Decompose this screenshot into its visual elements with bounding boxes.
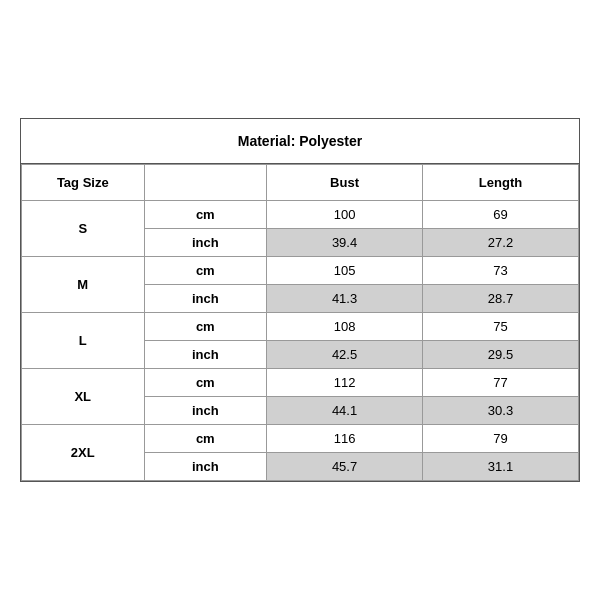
- chart-title: Material: Polyester: [21, 119, 579, 164]
- bust-cm: 100: [267, 201, 423, 229]
- size-cell: 2XL: [22, 425, 145, 481]
- size-cell: M: [22, 257, 145, 313]
- bust-inch: 44.1: [267, 397, 423, 425]
- size-cell: XL: [22, 369, 145, 425]
- unit-cell-inch: inch: [144, 397, 267, 425]
- unit-cell-cm: cm: [144, 369, 267, 397]
- bust-inch: 45.7: [267, 453, 423, 481]
- length-inch: 29.5: [423, 341, 579, 369]
- table-row: Mcm10573: [22, 257, 579, 285]
- bust-cm: 108: [267, 313, 423, 341]
- length-cm: 69: [423, 201, 579, 229]
- size-chart-container: Material: Polyester Tag Size Bust Length…: [20, 118, 580, 482]
- length-inch: 31.1: [423, 453, 579, 481]
- unit-cell-inch: inch: [144, 341, 267, 369]
- bust-cm: 116: [267, 425, 423, 453]
- unit-cell-cm: cm: [144, 425, 267, 453]
- length-inch: 27.2: [423, 229, 579, 257]
- unit-cell-inch: inch: [144, 453, 267, 481]
- bust-inch: 39.4: [267, 229, 423, 257]
- size-cell: L: [22, 313, 145, 369]
- header-length: Length: [423, 165, 579, 201]
- header-tag-size: Tag Size: [22, 165, 145, 201]
- bust-inch: 42.5: [267, 341, 423, 369]
- bust-inch: 41.3: [267, 285, 423, 313]
- header-row: Tag Size Bust Length: [22, 165, 579, 201]
- length-inch: 30.3: [423, 397, 579, 425]
- size-cell: S: [22, 201, 145, 257]
- table-row: Lcm10875: [22, 313, 579, 341]
- size-table: Tag Size Bust Length Scm10069inch39.427.…: [21, 164, 579, 481]
- length-cm: 79: [423, 425, 579, 453]
- unit-cell-cm: cm: [144, 313, 267, 341]
- unit-cell-inch: inch: [144, 229, 267, 257]
- length-cm: 73: [423, 257, 579, 285]
- header-unit: [144, 165, 267, 201]
- unit-cell-inch: inch: [144, 285, 267, 313]
- length-inch: 28.7: [423, 285, 579, 313]
- length-cm: 75: [423, 313, 579, 341]
- bust-cm: 112: [267, 369, 423, 397]
- table-row: XLcm11277: [22, 369, 579, 397]
- unit-cell-cm: cm: [144, 257, 267, 285]
- unit-cell-cm: cm: [144, 201, 267, 229]
- header-bust: Bust: [267, 165, 423, 201]
- table-row: Scm10069: [22, 201, 579, 229]
- table-row: 2XLcm11679: [22, 425, 579, 453]
- bust-cm: 105: [267, 257, 423, 285]
- length-cm: 77: [423, 369, 579, 397]
